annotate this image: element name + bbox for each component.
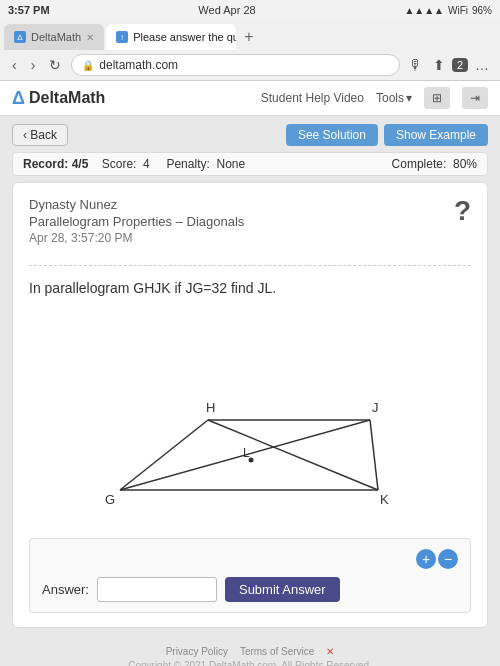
battery-indicator: 96% <box>472 5 492 16</box>
see-solution-button[interactable]: See Solution <box>286 124 378 146</box>
student-help-video-link[interactable]: Student Help Video <box>261 91 364 105</box>
address-bar: ‹ › ↻ 🔒 deltamath.com 🎙 ⬆ 2 … <box>0 50 500 80</box>
submit-answer-button[interactable]: Submit Answer <box>225 577 340 602</box>
sub-header: ‹ Back See Solution Show Example <box>12 124 488 146</box>
dm-logo-delta: Δ <box>12 88 25 109</box>
terms-of-service-link[interactable]: Terms of Service <box>240 646 314 657</box>
wifi-icon: WiFi <box>448 5 468 16</box>
main-content: ‹ Back See Solution Show Example Record:… <box>0 116 500 636</box>
privacy-policy-link[interactable]: Privacy Policy <box>166 646 228 657</box>
footer-close-icon[interactable]: ✕ <box>326 646 334 657</box>
label-L: L <box>243 446 250 460</box>
url-text: deltamath.com <box>99 58 178 72</box>
browser-actions: 🎙 ⬆ 2 … <box>406 55 492 75</box>
footer: Privacy Policy Terms of Service ✕ Copyri… <box>0 636 500 666</box>
back-button[interactable]: ‹ Back <box>12 124 68 146</box>
label-K: K <box>380 492 389 507</box>
status-day: Wed Apr 28 <box>198 4 255 16</box>
zoom-minus-button[interactable]: − <box>438 549 458 569</box>
record-value: 4/5 <box>72 157 89 171</box>
question-info: Dynasty Nunez Parallelogram Properties –… <box>29 197 454 255</box>
grid-icon[interactable]: ⊞ <box>424 87 450 109</box>
tab-bar: Δ DeltaMath ✕ ! Please answer the ques… … <box>0 20 500 50</box>
browser-chrome: Δ DeltaMath ✕ ! Please answer the ques… … <box>0 20 500 81</box>
forward-nav-button[interactable]: › <box>27 55 40 75</box>
student-name: Dynasty Nunez <box>29 197 454 212</box>
tab-question-label: Please answer the ques… <box>133 31 236 43</box>
assignment-title: Parallelogram Properties – Diagonals <box>29 214 454 229</box>
show-example-button[interactable]: Show Example <box>384 124 488 146</box>
footer-links: Privacy Policy Terms of Service ✕ <box>0 646 500 657</box>
dm-logo-text: DeltaMath <box>29 89 105 107</box>
timestamp: Apr 28, 3:57:20 PM <box>29 231 454 245</box>
svg-line-0 <box>120 420 208 490</box>
new-tab-button[interactable]: + <box>238 24 259 50</box>
share-button[interactable]: ⬆ <box>430 55 448 75</box>
tools-label: Tools <box>376 91 404 105</box>
lock-icon: 🔒 <box>82 60 94 71</box>
tab-deltamath-label: DeltaMath <box>31 31 81 43</box>
footer-copyright: Copyright © 2021 DeltaMath.com. All Righ… <box>0 660 500 666</box>
microphone-button[interactable]: 🎙 <box>406 55 426 75</box>
penalty-label: Penalty: <box>166 157 209 171</box>
url-bar[interactable]: 🔒 deltamath.com <box>71 54 400 76</box>
tab-question-favicon: ! <box>116 31 128 43</box>
svg-line-5 <box>208 420 378 490</box>
status-bar: 3:57 PM Wed Apr 28 ▲▲▲▲ WiFi 96% <box>0 0 500 20</box>
record-info: Record: 4/5 Score: 4 Penalty: None <box>23 157 245 171</box>
question-text: In parallelogram GHJK if JG=32 find JL. <box>29 280 471 296</box>
answer-input[interactable] <box>97 577 217 602</box>
complete-label: Complete: <box>392 157 447 171</box>
dm-logo: Δ DeltaMath <box>12 88 105 109</box>
question-card-header: Dynasty Nunez Parallelogram Properties –… <box>29 197 471 266</box>
answer-section: + − Answer: Submit Answer <box>29 538 471 613</box>
tab-question[interactable]: ! Please answer the ques… ✕ <box>106 24 236 50</box>
answer-label: Answer: <box>42 582 89 597</box>
signal-icon: ▲▲▲▲ <box>404 5 444 16</box>
zoom-controls: + − <box>416 549 458 569</box>
svg-line-2 <box>370 420 378 490</box>
status-indicators: ▲▲▲▲ WiFi 96% <box>404 5 492 16</box>
question-card: Dynasty Nunez Parallelogram Properties –… <box>12 182 488 628</box>
answer-row: Answer: Submit Answer <box>42 577 458 602</box>
sub-header-right: See Solution Show Example <box>286 124 488 146</box>
answer-controls: + − <box>42 549 458 569</box>
complete-value: 80% <box>453 157 477 171</box>
score-value: 4 <box>143 157 150 171</box>
complete-info: Complete: 80% <box>392 157 477 171</box>
zoom-plus-button[interactable]: + <box>416 549 436 569</box>
record-bar: Record: 4/5 Score: 4 Penalty: None Compl… <box>12 152 488 176</box>
record-label: Record: <box>23 157 68 171</box>
dm-header-right: Student Help Video Tools ▾ ⊞ ⇥ <box>261 87 488 109</box>
label-H: H <box>206 400 215 415</box>
tab-deltamath-favicon: Δ <box>14 31 26 43</box>
diagram-container: H J G K L <box>29 312 471 522</box>
point-L <box>249 458 254 463</box>
label-G: G <box>105 492 115 507</box>
score-label: Score: <box>102 157 137 171</box>
parallelogram-diagram: H J G K L <box>60 312 440 522</box>
status-time: 3:57 PM <box>8 4 50 16</box>
label-J: J <box>372 400 379 415</box>
profile-icon[interactable]: ⇥ <box>462 87 488 109</box>
refresh-button[interactable]: ↻ <box>45 55 65 75</box>
tab-deltamath-close[interactable]: ✕ <box>86 32 94 43</box>
tools-dropdown[interactable]: Tools ▾ <box>376 91 412 105</box>
tab-deltamath[interactable]: Δ DeltaMath ✕ <box>4 24 104 50</box>
back-nav-button[interactable]: ‹ <box>8 55 21 75</box>
tabs-button[interactable]: 2 <box>452 58 468 72</box>
more-button[interactable]: … <box>472 55 492 75</box>
penalty-value: None <box>216 157 245 171</box>
tools-chevron-icon: ▾ <box>406 91 412 105</box>
help-icon[interactable]: ? <box>454 197 471 225</box>
dm-header: Δ DeltaMath Student Help Video Tools ▾ ⊞… <box>0 81 500 116</box>
